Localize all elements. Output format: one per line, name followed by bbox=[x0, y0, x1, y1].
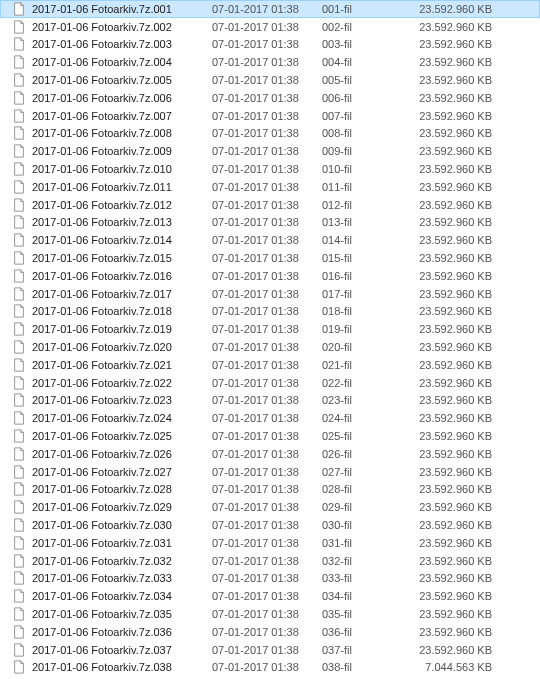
file-icon bbox=[12, 643, 26, 657]
file-row[interactable]: 2017-01-06 Fotoarkiv.7z.025 07-01-2017 0… bbox=[0, 427, 540, 445]
file-row[interactable]: 2017-01-06 Fotoarkiv.7z.012 07-01-2017 0… bbox=[0, 196, 540, 214]
file-row[interactable]: 2017-01-06 Fotoarkiv.7z.014 07-01-2017 0… bbox=[0, 231, 540, 249]
file-name: 2017-01-06 Fotoarkiv.7z.029 bbox=[32, 501, 172, 513]
file-row[interactable]: 2017-01-06 Fotoarkiv.7z.006 07-01-2017 0… bbox=[0, 89, 540, 107]
file-row[interactable]: 2017-01-06 Fotoarkiv.7z.011 07-01-2017 0… bbox=[0, 178, 540, 196]
file-row[interactable]: 2017-01-06 Fotoarkiv.7z.018 07-01-2017 0… bbox=[0, 303, 540, 321]
file-icon bbox=[12, 215, 26, 229]
file-name: 2017-01-06 Fotoarkiv.7z.020 bbox=[32, 341, 172, 353]
file-date: 07-01-2017 01:38 bbox=[212, 644, 322, 656]
file-row[interactable]: 2017-01-06 Fotoarkiv.7z.004 07-01-2017 0… bbox=[0, 53, 540, 71]
file-row[interactable]: 2017-01-06 Fotoarkiv.7z.007 07-01-2017 0… bbox=[0, 107, 540, 125]
file-name: 2017-01-06 Fotoarkiv.7z.010 bbox=[32, 163, 172, 175]
file-size: 23.592.960 KB bbox=[392, 572, 502, 584]
file-type: 024-fil bbox=[322, 412, 392, 424]
file-row[interactable]: 2017-01-06 Fotoarkiv.7z.023 07-01-2017 0… bbox=[0, 392, 540, 410]
file-size: 23.592.960 KB bbox=[392, 608, 502, 620]
file-date: 07-01-2017 01:38 bbox=[212, 483, 322, 495]
file-row[interactable]: 2017-01-06 Fotoarkiv.7z.008 07-01-2017 0… bbox=[0, 125, 540, 143]
file-row[interactable]: 2017-01-06 Fotoarkiv.7z.028 07-01-2017 0… bbox=[0, 481, 540, 499]
file-name: 2017-01-06 Fotoarkiv.7z.003 bbox=[32, 38, 172, 50]
file-row[interactable]: 2017-01-06 Fotoarkiv.7z.022 07-01-2017 0… bbox=[0, 374, 540, 392]
file-row[interactable]: 2017-01-06 Fotoarkiv.7z.013 07-01-2017 0… bbox=[0, 214, 540, 232]
file-size: 23.592.960 KB bbox=[392, 323, 502, 335]
file-row[interactable]: 2017-01-06 Fotoarkiv.7z.035 07-01-2017 0… bbox=[0, 605, 540, 623]
file-type: 030-fil bbox=[322, 519, 392, 531]
file-size: 23.592.960 KB bbox=[392, 110, 502, 122]
file-name: 2017-01-06 Fotoarkiv.7z.034 bbox=[32, 590, 172, 602]
file-icon bbox=[12, 109, 26, 123]
file-row[interactable]: 2017-01-06 Fotoarkiv.7z.024 07-01-2017 0… bbox=[0, 409, 540, 427]
file-row[interactable]: 2017-01-06 Fotoarkiv.7z.003 07-01-2017 0… bbox=[0, 36, 540, 54]
file-date: 07-01-2017 01:38 bbox=[212, 216, 322, 228]
file-size: 23.592.960 KB bbox=[392, 501, 502, 513]
file-icon bbox=[12, 269, 26, 283]
file-type: 036-fil bbox=[322, 626, 392, 638]
file-name: 2017-01-06 Fotoarkiv.7z.019 bbox=[32, 323, 172, 335]
file-type: 001-fil bbox=[322, 3, 392, 15]
file-row[interactable]: 2017-01-06 Fotoarkiv.7z.037 07-01-2017 0… bbox=[0, 641, 540, 659]
file-row[interactable]: 2017-01-06 Fotoarkiv.7z.033 07-01-2017 0… bbox=[0, 570, 540, 588]
file-name: 2017-01-06 Fotoarkiv.7z.018 bbox=[32, 305, 172, 317]
file-row[interactable]: 2017-01-06 Fotoarkiv.7z.019 07-01-2017 0… bbox=[0, 320, 540, 338]
file-date: 07-01-2017 01:38 bbox=[212, 127, 322, 139]
file-row[interactable]: 2017-01-06 Fotoarkiv.7z.034 07-01-2017 0… bbox=[0, 587, 540, 605]
file-name: 2017-01-06 Fotoarkiv.7z.011 bbox=[32, 181, 172, 193]
file-size: 23.592.960 KB bbox=[392, 448, 502, 460]
file-row[interactable]: 2017-01-06 Fotoarkiv.7z.015 07-01-2017 0… bbox=[0, 249, 540, 267]
file-type: 009-fil bbox=[322, 145, 392, 157]
file-name: 2017-01-06 Fotoarkiv.7z.015 bbox=[32, 252, 172, 264]
file-row[interactable]: 2017-01-06 Fotoarkiv.7z.001 07-01-2017 0… bbox=[0, 0, 540, 18]
file-date: 07-01-2017 01:38 bbox=[212, 56, 322, 68]
file-name: 2017-01-06 Fotoarkiv.7z.032 bbox=[32, 555, 172, 567]
file-row[interactable]: 2017-01-06 Fotoarkiv.7z.031 07-01-2017 0… bbox=[0, 534, 540, 552]
file-icon bbox=[12, 251, 26, 265]
file-icon bbox=[12, 447, 26, 461]
file-icon bbox=[12, 376, 26, 390]
file-name: 2017-01-06 Fotoarkiv.7z.038 bbox=[32, 661, 172, 673]
file-row[interactable]: 2017-01-06 Fotoarkiv.7z.002 07-01-2017 0… bbox=[0, 18, 540, 36]
file-row[interactable]: 2017-01-06 Fotoarkiv.7z.005 07-01-2017 0… bbox=[0, 71, 540, 89]
file-type: 034-fil bbox=[322, 590, 392, 602]
file-date: 07-01-2017 01:38 bbox=[212, 430, 322, 442]
file-row[interactable]: 2017-01-06 Fotoarkiv.7z.038 07-01-2017 0… bbox=[0, 658, 540, 676]
file-row[interactable]: 2017-01-06 Fotoarkiv.7z.026 07-01-2017 0… bbox=[0, 445, 540, 463]
file-row[interactable]: 2017-01-06 Fotoarkiv.7z.030 07-01-2017 0… bbox=[0, 516, 540, 534]
file-row[interactable]: 2017-01-06 Fotoarkiv.7z.027 07-01-2017 0… bbox=[0, 463, 540, 481]
file-name: 2017-01-06 Fotoarkiv.7z.005 bbox=[32, 74, 172, 86]
file-name: 2017-01-06 Fotoarkiv.7z.037 bbox=[32, 644, 172, 656]
file-row[interactable]: 2017-01-06 Fotoarkiv.7z.020 07-01-2017 0… bbox=[0, 338, 540, 356]
file-icon bbox=[12, 536, 26, 550]
file-size: 23.592.960 KB bbox=[392, 288, 502, 300]
file-name: 2017-01-06 Fotoarkiv.7z.016 bbox=[32, 270, 172, 282]
file-name: 2017-01-06 Fotoarkiv.7z.001 bbox=[32, 3, 172, 15]
file-size: 23.592.960 KB bbox=[392, 590, 502, 602]
file-name: 2017-01-06 Fotoarkiv.7z.004 bbox=[32, 56, 172, 68]
file-size: 23.592.960 KB bbox=[392, 412, 502, 424]
file-row[interactable]: 2017-01-06 Fotoarkiv.7z.021 07-01-2017 0… bbox=[0, 356, 540, 374]
file-name: 2017-01-06 Fotoarkiv.7z.014 bbox=[32, 234, 172, 246]
file-type: 027-fil bbox=[322, 466, 392, 478]
file-row[interactable]: 2017-01-06 Fotoarkiv.7z.009 07-01-2017 0… bbox=[0, 142, 540, 160]
file-size: 23.592.960 KB bbox=[392, 74, 502, 86]
file-icon bbox=[12, 589, 26, 603]
file-row[interactable]: 2017-01-06 Fotoarkiv.7z.036 07-01-2017 0… bbox=[0, 623, 540, 641]
file-date: 07-01-2017 01:38 bbox=[212, 572, 322, 584]
file-type: 005-fil bbox=[322, 74, 392, 86]
file-type: 003-fil bbox=[322, 38, 392, 50]
file-date: 07-01-2017 01:38 bbox=[212, 38, 322, 50]
file-row[interactable]: 2017-01-06 Fotoarkiv.7z.029 07-01-2017 0… bbox=[0, 498, 540, 516]
file-list[interactable]: 2017-01-06 Fotoarkiv.7z.001 07-01-2017 0… bbox=[0, 0, 540, 676]
file-size: 23.592.960 KB bbox=[392, 305, 502, 317]
file-size: 23.592.960 KB bbox=[392, 181, 502, 193]
file-row[interactable]: 2017-01-06 Fotoarkiv.7z.032 07-01-2017 0… bbox=[0, 552, 540, 570]
file-type: 010-fil bbox=[322, 163, 392, 175]
file-date: 07-01-2017 01:38 bbox=[212, 359, 322, 371]
file-row[interactable]: 2017-01-06 Fotoarkiv.7z.010 07-01-2017 0… bbox=[0, 160, 540, 178]
file-row[interactable]: 2017-01-06 Fotoarkiv.7z.017 07-01-2017 0… bbox=[0, 285, 540, 303]
file-row[interactable]: 2017-01-06 Fotoarkiv.7z.016 07-01-2017 0… bbox=[0, 267, 540, 285]
file-icon bbox=[12, 322, 26, 336]
file-type: 020-fil bbox=[322, 341, 392, 353]
file-date: 07-01-2017 01:38 bbox=[212, 448, 322, 460]
file-size: 23.592.960 KB bbox=[392, 555, 502, 567]
